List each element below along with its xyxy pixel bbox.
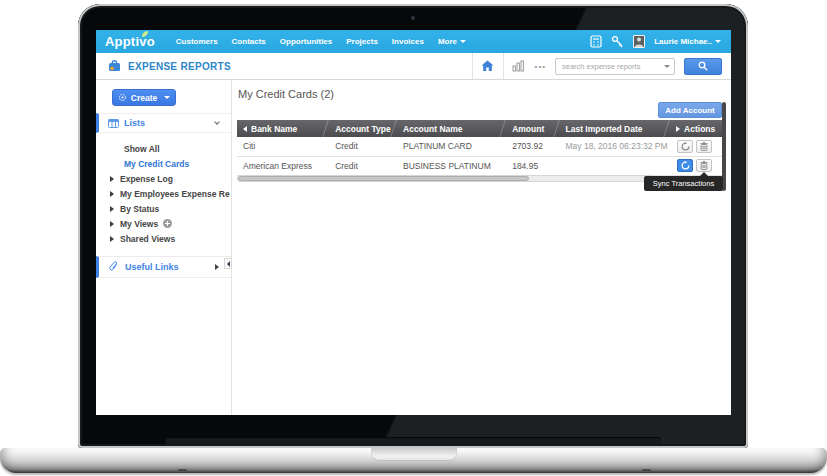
chevron-down-icon — [715, 40, 721, 43]
column-label: Amount — [512, 124, 544, 134]
cell-account-type: Credit — [329, 156, 397, 175]
column-label: Bank Name — [251, 124, 297, 134]
nav-item-invoices[interactable]: Invoices — [392, 37, 424, 46]
cell-actions — [670, 137, 722, 156]
column-header-last-imported-date[interactable]: Last Imported Date — [560, 120, 671, 137]
column-header-account-name[interactable]: Account Name — [397, 120, 506, 137]
sidebar-item-my-credit-cards[interactable]: My Credit Cards — [96, 156, 231, 171]
chevron-right-icon — [110, 191, 114, 197]
sync-transactions-button[interactable] — [677, 140, 693, 153]
delete-account-button[interactable] — [696, 159, 712, 172]
nav-item-opportunities[interactable]: Opportunities — [280, 37, 332, 46]
search-box — [555, 58, 675, 75]
sidebar-collapse-handle[interactable] — [224, 258, 232, 269]
chevron-down-icon — [164, 96, 170, 99]
scrollbar-thumb[interactable] — [238, 176, 529, 181]
chevron-right-icon — [110, 236, 114, 242]
more-label: More — [438, 37, 457, 46]
chevron-down-icon — [214, 119, 220, 125]
chevron-left-icon — [227, 261, 230, 267]
cell-actions — [670, 156, 722, 175]
add-account-button[interactable]: Add Account — [658, 102, 722, 118]
home-button[interactable] — [473, 53, 503, 79]
app-header-bar: EXPENSE REPORTS ••• — [96, 53, 731, 80]
item-label: My Views — [120, 219, 158, 229]
sidebar-section-lists[interactable]: Lists — [96, 113, 231, 133]
column-label: Last Imported Date — [566, 124, 643, 134]
user-menu[interactable]: Laurie Michae.. — [654, 37, 721, 46]
page-title: My Credit Cards (2) — [238, 88, 334, 100]
sidebar-item-my-views[interactable]: My Views — [96, 216, 231, 231]
sync-icon — [681, 161, 690, 170]
lid-notch — [371, 448, 457, 461]
sidebar-section-useful-links[interactable]: Useful Links — [96, 256, 231, 278]
nav-item-projects[interactable]: Projects — [346, 37, 378, 46]
row-actions — [676, 159, 722, 172]
column-label: Account Type — [335, 124, 391, 134]
search-icon — [698, 61, 708, 71]
row-actions — [676, 140, 722, 153]
webcam-dot — [411, 16, 415, 20]
search-input[interactable] — [555, 58, 675, 75]
column-header-actions[interactable]: Actions — [670, 120, 722, 137]
create-label: Create — [131, 93, 157, 103]
divider — [503, 53, 504, 79]
sync-transactions-button[interactable] — [677, 159, 693, 172]
chevron-right-icon — [215, 264, 219, 270]
column-header-account-type[interactable]: Account Type — [329, 120, 397, 137]
paperclip-icon — [109, 261, 119, 273]
sync-transactions-tooltip: Sync Transactions — [644, 176, 723, 191]
horizontal-scrollbar[interactable] — [237, 175, 654, 182]
calculator-icon[interactable] — [590, 35, 602, 48]
more-options-icon[interactable]: ••• — [535, 62, 546, 71]
cell-last-imported-date — [560, 156, 671, 175]
delete-account-button[interactable] — [696, 140, 712, 153]
apptivo-logo[interactable]: Apptivo — [105, 34, 155, 49]
create-button[interactable]: Create — [112, 89, 176, 106]
sidebar: Create Lists Show All My Credit Cards Ex… — [96, 80, 232, 415]
column-label: Actions — [684, 124, 715, 134]
search-button[interactable] — [684, 58, 722, 75]
app-screen: Apptivo Customers Contacts Opportunities… — [96, 30, 731, 415]
column-header-amount[interactable]: Amount — [506, 120, 559, 137]
person-icon — [634, 36, 644, 47]
appbar-tools: ••• — [472, 53, 731, 79]
add-view-icon[interactable] — [163, 219, 172, 228]
top-navbar: Apptivo Customers Contacts Opportunities… — [96, 30, 731, 53]
sidebar-item-by-status[interactable]: By Status — [96, 201, 231, 216]
key-icon[interactable] — [611, 35, 624, 48]
sidebar-item-my-employees-expense-reports[interactable]: My Employees Expense Re — [96, 186, 231, 201]
trash-icon — [700, 161, 708, 170]
sidebar-list: Show All My Credit Cards Expense Log My … — [96, 141, 231, 246]
nav-item-contacts[interactable]: Contacts — [232, 37, 266, 46]
sidebar-item-expense-log[interactable]: Expense Log — [96, 171, 231, 186]
laptop-foot — [178, 469, 187, 471]
table-row[interactable]: American Express Credit BUSINESS PLATINU… — [237, 156, 722, 175]
chevron-right-icon — [110, 206, 114, 212]
column-header-bank-name[interactable]: Bank Name — [237, 120, 329, 137]
cell-amount: 2703.92 — [506, 137, 559, 156]
sync-icon — [681, 142, 690, 151]
cell-bank-name: American Express — [237, 156, 329, 175]
item-label: Expense Log — [120, 174, 173, 184]
sidebar-item-shared-views[interactable]: Shared Views — [96, 231, 231, 246]
user-avatar[interactable] — [633, 35, 645, 48]
laptop-base — [0, 448, 827, 473]
cell-account-name: PLATINUM CARD — [397, 137, 506, 156]
page-app-title: EXPENSE REPORTS — [128, 61, 231, 72]
cell-last-imported-date: May 18, 2016 06:23:32 PM — [560, 137, 671, 156]
sidebar-item-show-all[interactable]: Show All — [96, 141, 231, 156]
content-body: Create Lists Show All My Credit Cards Ex… — [96, 80, 731, 415]
bar-chart-icon[interactable] — [512, 60, 525, 72]
hinge-slot — [165, 437, 661, 444]
table-row[interactable]: Citi Credit PLATINUM CARD 2703.92 May 18… — [237, 137, 722, 156]
chevron-down-icon[interactable] — [664, 65, 670, 68]
home-icon — [481, 60, 494, 72]
nav-item-more[interactable]: More — [438, 37, 466, 46]
item-label: My Credit Cards — [124, 159, 189, 169]
item-label: Show All — [124, 144, 160, 154]
scroll-columns-left-icon[interactable] — [243, 126, 247, 132]
item-label: Shared Views — [120, 234, 175, 244]
nav-item-customers[interactable]: Customers — [176, 37, 218, 46]
scroll-columns-right-icon[interactable] — [676, 126, 680, 132]
